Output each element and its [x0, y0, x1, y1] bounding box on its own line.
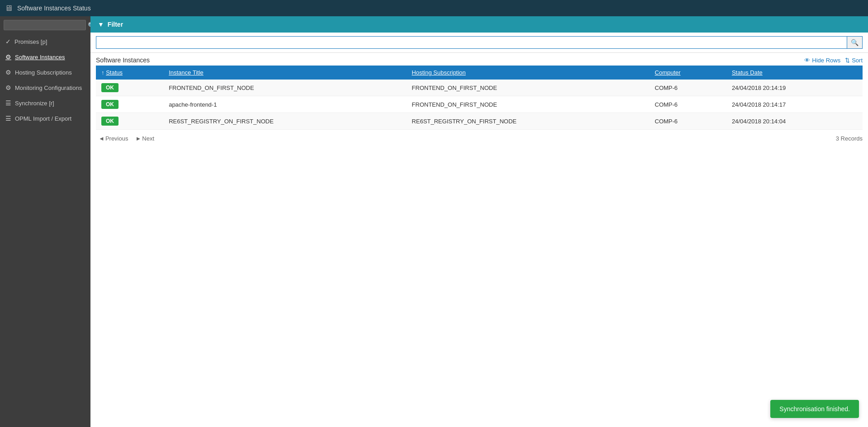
table-body: OKFRONTEND_ON_FIRST_NODEFRONTEND_ON_FIRS…: [96, 80, 863, 130]
sidebar: 🔍 ✓ Promises [p] ⚙ Software Instances ⚙ …: [0, 16, 90, 427]
search-row: 🔍: [90, 33, 868, 53]
cell-hosting-subscription: FRONTEND_ON_FIRST_NODE: [406, 96, 649, 113]
opml-icon: ☰: [5, 115, 11, 122]
sidebar-item-label-monitoring-configurations: Monitoring Configurations: [15, 84, 82, 91]
col-computer[interactable]: Computer: [650, 66, 726, 80]
records-count: 3 Records: [836, 135, 863, 142]
filter-icon: ▼: [98, 21, 104, 28]
cell-instance-title: apache-frontend-1: [163, 96, 406, 113]
table-row: OKRE6ST_REGISTRY_ON_FIRST_NODERE6ST_REGI…: [96, 113, 863, 130]
hide-rows-label: Hide Rows: [812, 57, 840, 64]
cell-instance-title: FRONTEND_ON_FIRST_NODE: [163, 80, 406, 96]
table-actions: 👁 Hide Rows ⇅ Sort: [804, 57, 863, 64]
col-status-link[interactable]: Status: [106, 69, 123, 76]
sidebar-item-opml-import-export[interactable]: ☰ OPML Import / Export: [0, 111, 90, 126]
table-row: OKFRONTEND_ON_FIRST_NODEFRONTEND_ON_FIRS…: [96, 80, 863, 96]
sidebar-search-container: 🔍: [0, 16, 90, 34]
pagination: ◄ Previous ► Next 3 Records: [96, 130, 863, 143]
cell-status: OK: [96, 80, 163, 96]
gear-icon-software: ⚙: [5, 53, 11, 61]
check-icon: ✓: [5, 38, 11, 45]
ok-badge: OK: [101, 117, 119, 126]
toast-message: Synchronisation finished.: [779, 405, 850, 413]
previous-label: Previous: [105, 135, 128, 142]
sidebar-item-label-promises: Promises [p]: [14, 38, 47, 45]
col-instance-title-link[interactable]: Instance Title: [169, 69, 204, 76]
sync-icon: ☰: [5, 99, 11, 107]
col-status[interactable]: ↑ Status: [96, 66, 163, 80]
sidebar-item-label-opml: OPML Import / Export: [15, 115, 71, 122]
ok-badge: OK: [101, 100, 119, 109]
toast-notification: Synchronisation finished.: [770, 400, 859, 418]
table-header-row: Software Instances 👁 Hide Rows ⇅ Sort: [96, 53, 863, 66]
col-computer-link[interactable]: Computer: [655, 69, 681, 76]
software-instances-table: ↑ Status Instance Title Hosting Subscrip…: [96, 66, 863, 130]
col-hosting-subscription-link[interactable]: Hosting Subscription: [412, 69, 465, 76]
hide-rows-button[interactable]: 👁 Hide Rows: [804, 57, 840, 64]
table-row: OKapache-frontend-1FRONTEND_ON_FIRST_NOD…: [96, 96, 863, 113]
sidebar-item-promises[interactable]: ✓ Promises [p]: [0, 34, 90, 49]
next-icon: ►: [135, 135, 141, 142]
layout: 🔍 ✓ Promises [p] ⚙ Software Instances ⚙ …: [0, 16, 868, 427]
top-bar-title: Software Instances Status: [17, 5, 91, 12]
cell-computer: COMP-6: [650, 80, 726, 96]
sort-label: Sort: [852, 57, 863, 64]
col-instance-title[interactable]: Instance Title: [163, 66, 406, 80]
table-header: ↑ Status Instance Title Hosting Subscrip…: [96, 66, 863, 80]
filter-bar: ▼ Filter: [90, 16, 868, 33]
cell-hosting-subscription: FRONTEND_ON_FIRST_NODE: [406, 80, 649, 96]
sidebar-item-label-hosting-subscriptions: Hosting Subscriptions: [15, 69, 72, 76]
sidebar-item-monitoring-configurations[interactable]: ⚙ Monitoring Configurations: [0, 80, 90, 95]
sort-button[interactable]: ⇅ Sort: [845, 57, 863, 64]
app-icon: 🖥: [5, 4, 13, 13]
table-title: Software Instances: [96, 56, 150, 64]
sort-asc-icon: ↑: [101, 69, 104, 76]
pagination-buttons: ◄ Previous ► Next: [96, 134, 157, 143]
previous-icon: ◄: [99, 135, 104, 142]
top-bar: 🖥 Software Instances Status: [0, 0, 868, 16]
sidebar-item-synchronize[interactable]: ☰ Synchronize [r]: [0, 95, 90, 111]
gear-icon-monitoring: ⚙: [5, 84, 11, 91]
cell-status-date: 24/04/2018 20:14:04: [726, 113, 863, 130]
cell-hosting-subscription: RE6ST_REGISTRY_ON_FIRST_NODE: [406, 113, 649, 130]
cell-instance-title: RE6ST_REGISTRY_ON_FIRST_NODE: [163, 113, 406, 130]
cell-status-date: 24/04/2018 20:14:17: [726, 96, 863, 113]
gear-icon-hosting: ⚙: [5, 69, 11, 76]
next-button[interactable]: ► Next: [133, 134, 157, 143]
cell-computer: COMP-6: [650, 96, 726, 113]
col-hosting-subscription[interactable]: Hosting Subscription: [406, 66, 649, 80]
next-label: Next: [142, 135, 154, 142]
sidebar-item-label-software-instances: Software Instances: [15, 54, 65, 61]
ok-badge: OK: [101, 83, 119, 92]
sidebar-item-hosting-subscriptions[interactable]: ⚙ Hosting Subscriptions: [0, 65, 90, 80]
search-button[interactable]: 🔍: [847, 36, 863, 49]
filter-label: Filter: [108, 21, 123, 28]
sidebar-search-input[interactable]: [4, 20, 86, 30]
cell-status-date: 24/04/2018 20:14:19: [726, 80, 863, 96]
col-status-date-link[interactable]: Status Date: [732, 69, 763, 76]
col-status-date[interactable]: Status Date: [726, 66, 863, 80]
sidebar-item-software-instances[interactable]: ⚙ Software Instances: [0, 49, 90, 65]
previous-button[interactable]: ◄ Previous: [96, 134, 131, 143]
sidebar-item-label-synchronize: Synchronize [r]: [15, 100, 54, 107]
search-input[interactable]: [96, 36, 847, 49]
cell-status: OK: [96, 96, 163, 113]
cell-computer: COMP-6: [650, 113, 726, 130]
cell-status: OK: [96, 113, 163, 130]
eye-icon: 👁: [804, 57, 810, 64]
table-header-row-cols: ↑ Status Instance Title Hosting Subscrip…: [96, 66, 863, 80]
sort-icon: ⇅: [845, 57, 850, 64]
main-content: ▼ Filter 🔍 Software Instances 👁 Hide Row…: [90, 16, 868, 427]
content-area: Software Instances 👁 Hide Rows ⇅ Sort: [90, 53, 868, 427]
